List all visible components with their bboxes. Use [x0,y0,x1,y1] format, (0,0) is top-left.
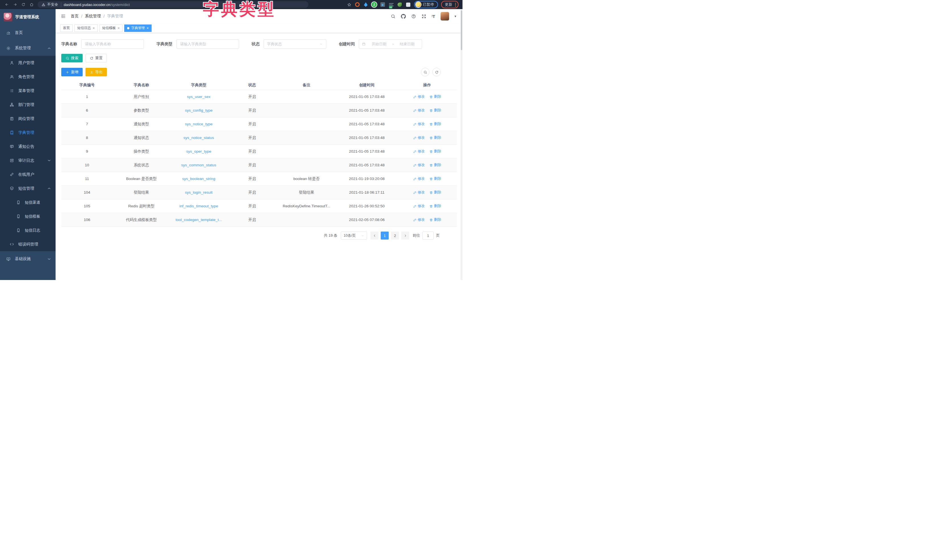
caret-down-icon[interactable]: ▾ [455,15,456,18]
edit-link[interactable]: 修改 [413,135,425,140]
browser-reload-icon[interactable] [20,1,27,9]
sidebar-item-sms-log[interactable]: 短信日志 [0,223,56,237]
kebab-menu-icon[interactable] [455,3,456,6]
app-brand[interactable]: 芋道管理系统 [0,9,56,25]
help-icon[interactable] [411,14,416,19]
sidebar-item-online-users[interactable]: 在线用户 [0,167,56,181]
browser-back-icon[interactable] [3,1,11,9]
breadcrumb-system[interactable]: 系统管理 [85,14,101,19]
date-range-picker[interactable]: 开始日期 ~ 结束日期 [359,39,422,49]
next-page-button[interactable] [401,232,409,239]
browser-forward-icon[interactable] [11,1,19,9]
extension-puzzle-icon[interactable] [405,2,411,8]
edit-link[interactable]: 修改 [413,190,425,195]
tab-dict-management[interactable]: 字典管理 × [124,24,152,32]
delete-link[interactable]: 删除 [429,176,441,181]
page-button-1[interactable]: 1 [381,232,389,239]
dict-type-link[interactable]: sys_oper_type [186,149,211,154]
delete-link[interactable]: 删除 [429,135,441,140]
reset-button[interactable]: 重置 [86,54,107,62]
search-icon[interactable] [391,14,396,19]
tab-home[interactable]: 首页 [60,24,73,32]
add-button[interactable]: 新增 [61,68,83,76]
extension-gem-icon[interactable]: ◆ [380,2,385,8]
edit-link[interactable]: 修改 [413,149,425,154]
extension-z-icon[interactable]: Z [372,2,377,7]
dict-type-input[interactable] [176,39,239,49]
tab-sms-log[interactable]: 短信日志 × [74,24,98,32]
sidebar-item-audit-log[interactable]: 审计日志 [0,154,56,167]
goto-page-input[interactable] [422,232,434,239]
sidebar-item-users[interactable]: 用户管理 [0,56,56,70]
browser-home-icon[interactable] [28,1,35,9]
dict-type-link[interactable]: sys_login_result [185,190,212,194]
sidebar-item-home[interactable]: 首页 [0,25,56,41]
delete-link[interactable]: 删除 [429,122,441,126]
fullscreen-icon[interactable] [422,14,426,19]
page-button-2[interactable]: 2 [391,232,399,239]
address-bar[interactable]: 不安全 dashboard.yudao.iocoder.cn/system/di… [38,1,308,8]
dict-type-link[interactable]: sys_config_type [185,108,212,113]
edit-link[interactable]: 修改 [413,108,425,113]
sidebar-item-sms-management[interactable]: 短信管理 [0,181,56,196]
page-size-select[interactable]: 10条/页 [341,232,367,239]
dict-type-link[interactable]: tool_codegen_template_t... [176,218,222,222]
sidebar-item-error-code[interactable]: 错误码管理 [0,237,56,251]
dict-type-link[interactable]: sys_notice_type [185,122,212,126]
user-avatar[interactable] [441,12,449,21]
github-icon[interactable] [401,14,406,19]
sidebar-item-sms-template[interactable]: 短信模板 [0,209,56,223]
font-size-icon[interactable]: tT [432,14,435,18]
toggle-search-button[interactable] [421,68,429,76]
browser-update-button[interactable]: 更新 [441,1,458,8]
dict-type-link[interactable]: sys_notice_status [184,135,214,140]
close-icon[interactable]: × [118,26,120,30]
security-indicator[interactable]: 不安全 [42,2,61,7]
close-icon[interactable]: × [146,26,149,30]
sidebar-item-posts[interactable]: 岗位管理 [0,111,56,126]
delete-link[interactable]: 删除 [429,163,441,167]
extension-drop-icon[interactable] [363,2,369,8]
edit-link[interactable]: 修改 [413,176,425,181]
export-button[interactable]: 导出 [86,68,107,76]
delete-link[interactable]: 删除 [429,149,441,154]
edit-link[interactable]: 修改 [413,122,425,126]
sidebar-item-roles[interactable]: 角色管理 [0,70,56,84]
dict-type-link[interactable]: inf_redis_timeout_type [179,204,218,208]
sidebar-item-departments[interactable]: 部门管理 [0,98,56,111]
sidebar-item-menus[interactable]: 菜单管理 [0,84,56,98]
edit-link[interactable]: 修改 [413,94,425,99]
delete-link[interactable]: 删除 [429,108,441,113]
refresh-table-button[interactable] [432,68,441,76]
extension-record-icon[interactable] [354,2,360,8]
breadcrumb-home[interactable]: 首页 [71,14,79,19]
status-select[interactable]: 字典状态 [264,39,326,49]
close-icon[interactable]: × [93,26,95,30]
delete-link[interactable]: 删除 [429,94,441,99]
tab-sms-template[interactable]: 短信模板 × [99,24,123,32]
edit-link[interactable]: 修改 [413,217,425,222]
prev-page-button[interactable] [371,232,378,239]
bookmark-star-icon[interactable] [347,3,351,7]
dict-type-link[interactable]: sys_user_sex [187,95,211,99]
search-button[interactable]: 搜索 [61,54,83,62]
sidebar-item-infrastructure[interactable]: 基础设施 [0,251,56,266]
sidebar-item-notice[interactable]: 通知公告 [0,140,56,154]
sidebar-fold-icon[interactable] [61,14,66,19]
dict-name-input[interactable] [81,39,144,49]
extension-on-icon[interactable]: on [389,2,394,8]
delete-link[interactable]: 删除 [429,204,441,209]
edit-link[interactable]: 修改 [413,204,425,209]
delete-link[interactable]: 删除 [429,217,441,222]
sidebar-item-system-management[interactable]: 系统管理 [0,41,56,56]
edit-link[interactable]: 修改 [413,163,425,167]
dict-type-link[interactable]: sys_boolean_string [182,177,215,181]
profile-paused-badge[interactable]: 已暂停 [414,1,438,8]
window-scrollbar[interactable] [461,9,462,280]
extension-leaf-icon[interactable] [397,2,402,8]
delete-link[interactable]: 删除 [429,190,441,195]
sidebar-item-dict[interactable]: 字典管理 [0,126,56,140]
sidebar-item-sms-channel[interactable]: 短信渠道 [0,196,56,209]
scrollbar-thumb[interactable] [461,10,462,50]
dict-type-link[interactable]: sys_common_status [181,163,216,167]
